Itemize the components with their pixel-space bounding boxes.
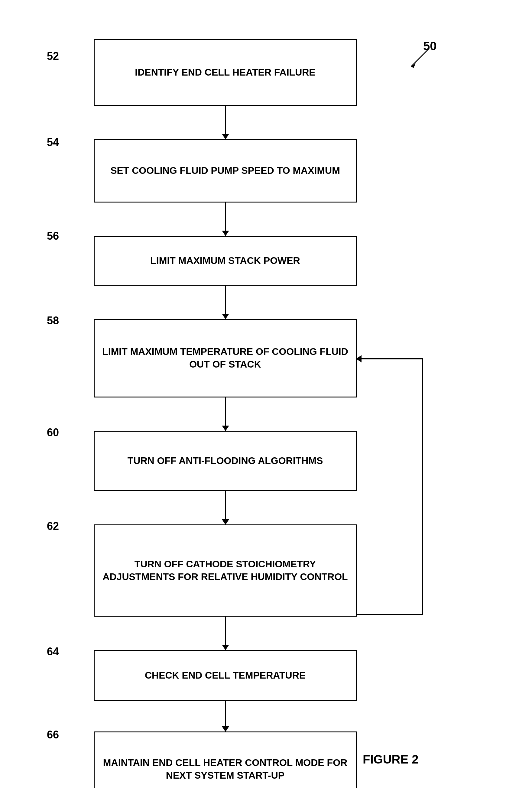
box-54: SET COOLING FLUID PUMP SPEED TO MAXIMUM xyxy=(94,139,357,202)
arrow-64-66 xyxy=(225,701,226,731)
arrow-62-64 xyxy=(225,617,226,650)
label-56: 56 xyxy=(47,230,59,242)
ref-50-arrow xyxy=(402,45,438,76)
arrow-54-56 xyxy=(225,202,226,236)
label-66: 66 xyxy=(47,728,59,741)
box-66: MAINTAIN END CELL HEATER CONTROL MODE FO… xyxy=(94,731,357,788)
box-58: LIMIT MAXIMUM TEMPERATURE OF COOLING FLU… xyxy=(94,319,357,397)
page: 52 IDENTIFY END CELL HEATER FAILURE 54 S… xyxy=(0,0,532,788)
label-62: 62 xyxy=(47,520,59,533)
box-62: TURN OFF CATHODE STOICHIOMETRY ADJUSTMEN… xyxy=(94,525,357,617)
arrow-52-54 xyxy=(225,106,226,139)
feedback-vertical-right xyxy=(422,358,423,615)
arrow-58-60 xyxy=(225,397,226,431)
box-52: IDENTIFY END CELL HEATER FAILURE xyxy=(94,39,357,106)
svg-line-0 xyxy=(411,48,429,66)
label-54: 54 xyxy=(47,136,59,149)
box-60: TURN OFF ANTI-FLOODING ALGORITHMS xyxy=(94,431,357,491)
label-58: 58 xyxy=(47,314,59,327)
label-52: 52 xyxy=(47,50,59,63)
box-64: CHECK END CELL TEMPERATURE xyxy=(94,650,357,701)
feedback-arrowhead xyxy=(356,355,361,362)
diagram-area: 52 IDENTIFY END CELL HEATER FAILURE 54 S… xyxy=(0,0,532,788)
arrow-56-58 xyxy=(225,285,226,319)
label-60: 60 xyxy=(47,426,59,439)
feedback-horizontal-top xyxy=(357,358,423,359)
figure-label: FIGURE 2 xyxy=(363,753,418,766)
label-64: 64 xyxy=(47,645,59,658)
feedback-horizontal-bottom xyxy=(357,614,423,615)
arrow-60-62 xyxy=(225,491,226,525)
box-56: LIMIT MAXIMUM STACK POWER xyxy=(94,236,357,285)
